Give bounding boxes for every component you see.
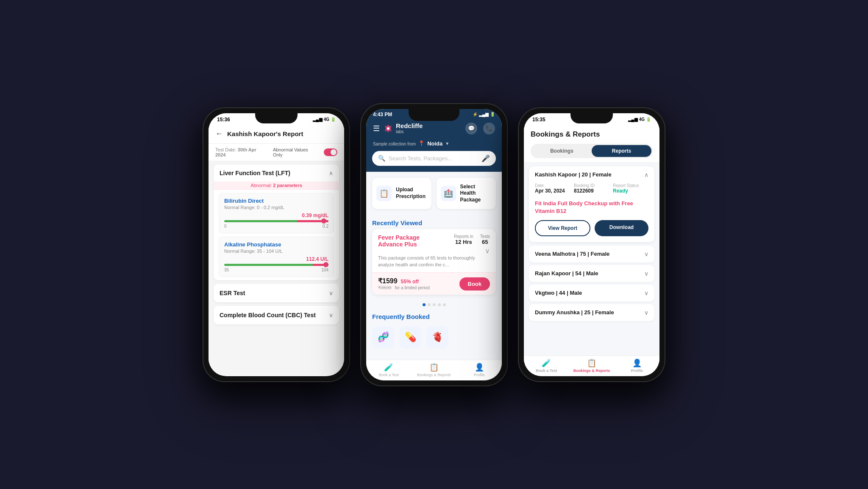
center-phone-inner: 4:43 PM ⚡ ▂▄▆ 🔋 ☰	[366, 109, 502, 380]
whatsapp-icon[interactable]: 💬	[465, 123, 477, 134]
alp-range: Normal Range: 35 - 104 U/L	[224, 249, 328, 254]
right-notch	[570, 113, 613, 123]
nav-bookings-reports[interactable]: 📋 Bookings & Reports	[412, 363, 457, 377]
location-dropdown-icon[interactable]: ▼	[445, 141, 449, 146]
kashish-header[interactable]: Kashish Kapoor | 20 | Female ∧	[529, 166, 654, 183]
tests-stat: Tests 65	[480, 234, 490, 245]
dot-4	[438, 303, 441, 306]
search-bar-container: 🔍 Search Tests, Packages... 🎤	[366, 151, 502, 172]
right-book-test-icon: 🧪	[542, 358, 551, 368]
recently-viewed-card: Fever PackageAdvance Plus Reports in 12 …	[372, 229, 496, 295]
bilirubin-marker	[321, 218, 326, 224]
rajan-section[interactable]: Rajan Kapoor | 54 | Male ∨	[529, 265, 654, 282]
location-pin-icon: 📍	[418, 140, 425, 146]
fb-item-1[interactable]: 🧬	[372, 326, 394, 348]
anushka-section[interactable]: Dummy Anushka | 25 | Female ∨	[529, 304, 654, 321]
test-date-label: Test Date: 30th Apr 2024	[215, 147, 268, 157]
center-notch	[409, 109, 459, 121]
alp-value: 112.4 U/L	[306, 256, 328, 262]
report-meta: Test Date: 30th Apr 2024 Abnormal Values…	[209, 144, 344, 161]
center-status-icons: ⚡ ▂▄▆ 🔋	[473, 112, 495, 117]
right-bookings-icon: 📋	[587, 358, 596, 368]
book-button[interactable]: Book	[459, 277, 490, 291]
search-bar[interactable]: 🔍 Search Tests, Packages... 🎤	[372, 151, 496, 166]
price-main: ₹1599	[378, 277, 398, 285]
fb-item-3[interactable]: 🫀	[426, 326, 448, 348]
battery-icon: 🔋	[331, 117, 336, 122]
report-date-group: Date Apr 30, 2024	[535, 183, 570, 194]
esr-header[interactable]: ESR Test ∨	[214, 284, 339, 302]
alp-marker	[323, 262, 328, 267]
vkgtwo-section[interactable]: Vkgtwo | 44 | Male ∨	[529, 285, 654, 302]
right-nav-profile[interactable]: 👤 Profile	[614, 358, 659, 373]
select-package-btn[interactable]: 🏥 Select HealthPackage	[437, 178, 496, 210]
kashish-section: Kashish Kapoor | 20 | Female ∧ Date Apr …	[529, 166, 654, 242]
back-button[interactable]: ←	[215, 129, 223, 138]
right-bottom-nav: 🧪 Book a Test 📋 Bookings & Reports 👤 Pro…	[524, 355, 659, 375]
rajan-name: Rajan Kapoor | 54 | Male	[535, 270, 598, 277]
bilirubin-card: Bilirubin Direct Normal Range: 0 - 0.2 m…	[219, 193, 334, 233]
dot-1	[423, 303, 426, 306]
nav-book-test[interactable]: 🧪 Book a Test	[366, 363, 412, 377]
status-value: Ready	[613, 188, 648, 194]
lft-section-header[interactable]: Liver Function Test (LFT) ∧	[214, 165, 339, 182]
right-nav-bookings-reports[interactable]: 📋 Bookings & Reports	[569, 358, 615, 373]
dot-2	[428, 303, 431, 306]
app-name: Redcliffe	[396, 123, 423, 130]
bookings-label: Bookings & Reports	[417, 373, 451, 377]
rv-expand-icon[interactable]: ∨	[485, 247, 490, 255]
fb-icons-row: 🧬 💊 🫀	[366, 323, 502, 352]
app-sub: labs	[396, 129, 423, 134]
tab-bookings[interactable]: Bookings	[532, 145, 592, 157]
select-package-label: Select HealthPackage	[460, 184, 492, 204]
right-battery-icon: 🔋	[646, 117, 651, 122]
dot-5	[443, 303, 446, 306]
abnormal-badge: Abnormal: 2 parameters	[214, 182, 339, 190]
right-screen-body: Bookings & Reports Bookings Reports Kash…	[524, 124, 659, 375]
left-phone: 15:36 ▂▄▆ 4G 🔋 ← Kashish Kapoor's Report…	[203, 107, 350, 382]
collection-label: Sample collection from	[373, 140, 416, 147]
quick-actions: 📋 UploadPrescription 🏥 Select HealthPack…	[366, 172, 502, 215]
rv-card-header-row: Fever PackageAdvance Plus Reports in 12 …	[372, 229, 496, 255]
menu-icon[interactable]: ☰	[373, 124, 380, 133]
booking-id-value: 8122609	[574, 188, 609, 194]
upload-prescription-btn[interactable]: 📋 UploadPrescription	[372, 178, 431, 210]
view-report-button[interactable]: View Report	[535, 220, 590, 236]
phones-container: 15:36 ▂▄▆ 4G 🔋 ← Kashish Kapoor's Report…	[203, 103, 665, 386]
download-button[interactable]: Download	[595, 220, 648, 236]
abnormal-toggle[interactable]	[324, 148, 337, 156]
fb-icon-2: 💊	[399, 326, 421, 348]
cbc-header[interactable]: Complete Blood Count (CBC) Test ∨	[214, 306, 339, 324]
right-phone-inner: 15:35 ▂▄▆ 4G 🔋 Bookings & Reports Bookin…	[524, 113, 659, 376]
location-bar: Sample collection from 📍 Noida ▼	[366, 139, 502, 151]
alp-bar	[224, 264, 328, 266]
report-test-name: Fit India Full Body Checkup with Free Vi…	[529, 198, 654, 220]
tab-switcher: Bookings Reports	[531, 144, 653, 158]
rajan-chevron: ∨	[644, 270, 648, 277]
veena-section[interactable]: Veena Malhotra | 75 | Female ∨	[529, 246, 654, 263]
fb-item-2[interactable]: 💊	[399, 326, 421, 348]
call-icon[interactable]: 📞	[483, 123, 495, 134]
mic-icon[interactable]: 🎤	[481, 154, 490, 162]
header-actions: 💬 📞	[465, 123, 495, 134]
kashish-name: Kashish Kapoor | 20 | Female	[535, 171, 612, 178]
book-test-icon: 🧪	[384, 363, 393, 372]
anushka-name: Dummy Anushka | 25 | Female	[535, 309, 614, 316]
anushka-chevron: ∨	[644, 309, 648, 316]
rv-description: This package consists of 65 tests to tho…	[372, 255, 496, 272]
left-phone-inner: 15:36 ▂▄▆ 4G 🔋 ← Kashish Kapoor's Report…	[209, 113, 344, 376]
price-discount: 55% off	[401, 279, 419, 285]
right-nav-book-test[interactable]: 🧪 Book a Test	[524, 358, 569, 373]
left-notch	[255, 113, 298, 123]
status-label: Report Status	[613, 183, 648, 188]
bookings-icon: 📋	[429, 363, 439, 372]
vkgtwo-chevron: ∨	[644, 290, 648, 296]
tab-reports[interactable]: Reports	[592, 145, 651, 157]
upload-prescription-label: UploadPrescription	[396, 187, 426, 200]
date-value: Apr 30, 2024	[535, 188, 570, 194]
alp-bar-container	[224, 264, 328, 266]
center-screen-body: ☰ Redcliffe labs	[366, 119, 502, 379]
date-label: Date	[535, 183, 570, 188]
nav-profile[interactable]: 👤 Profile	[456, 363, 502, 377]
bilirubin-range: Normal Range: 0 - 0.2 mg/dL	[224, 205, 328, 210]
